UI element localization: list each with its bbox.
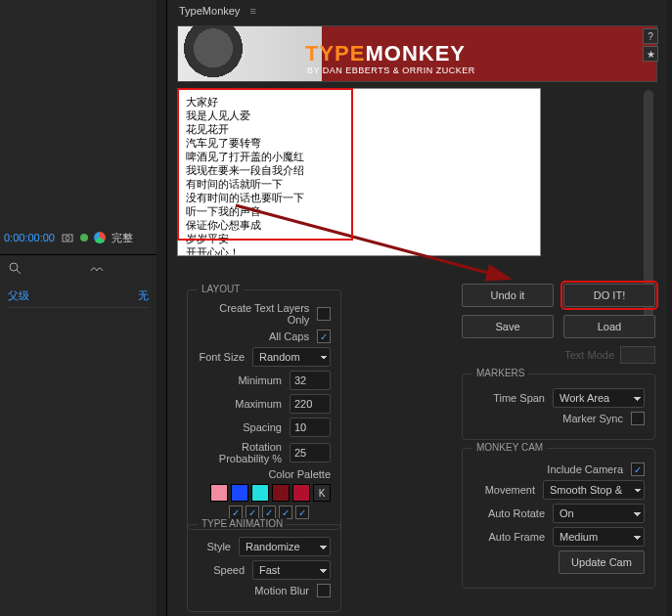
undo-button[interactable]: Undo it [462, 284, 554, 307]
text-mode-select[interactable] [620, 346, 655, 364]
timecode-bar: 0:00:00:00 完整 [4, 227, 151, 248]
spacing-label: Spacing [243, 421, 282, 433]
spacing-input[interactable] [290, 418, 331, 437]
update-cam-button[interactable]: Update Cam [559, 550, 645, 574]
type-anim-heading: TYPE ANIMATION [198, 518, 287, 529]
text-mode-row: Text Mode [462, 346, 655, 364]
monkey-illustration [178, 25, 266, 82]
green-dot-icon[interactable] [80, 234, 88, 242]
swatch-2[interactable] [231, 484, 248, 502]
rotation-input[interactable] [290, 443, 331, 462]
right-column: Undo it DO IT! Save Load Text Mode MARKE… [462, 284, 655, 596]
none-label: 无 [138, 288, 149, 303]
marker-sync-label: Marker Sync [562, 413, 623, 424]
svg-line-3 [17, 270, 21, 274]
speed-select[interactable]: Fast [252, 560, 331, 580]
swatch-4-enable[interactable] [279, 506, 292, 519]
style-label: Style [207, 541, 231, 552]
help-button[interactable]: ? [643, 28, 658, 44]
maximum-input[interactable] [290, 394, 331, 414]
monkeycam-section: MONKEY CAM Include Camera MovementSmooth… [462, 448, 655, 589]
all-caps-label: All Caps [269, 330, 309, 342]
timespan-label: Time Span [493, 392, 545, 404]
swatch-4[interactable] [272, 484, 290, 502]
left-lower-panel: 父级 无 [0, 254, 157, 314]
include-camera-label: Include Camera [547, 463, 623, 475]
maximum-label: Maximum [235, 398, 282, 410]
banner-subtitle: BY DAN EBBERTS & ORRIN ZUCKER [307, 66, 475, 75]
panel-header: TypeMonkey ≡ [167, 0, 667, 22]
speed-label: Speed [213, 564, 245, 576]
banner-title: TYPEMONKEY [305, 41, 466, 66]
autoframe-label: Auto Frame [489, 531, 545, 543]
font-size-label: Font Size [200, 351, 245, 363]
resolution-label[interactable]: 完整 [112, 231, 133, 245]
autorotate-label: Auto Rotate [488, 507, 545, 519]
load-button[interactable]: Load [563, 315, 655, 338]
font-size-select[interactable]: Random [252, 347, 331, 367]
autorotate-select[interactable]: On [553, 504, 645, 523]
parent-column-header: 父级 无 [8, 285, 149, 308]
panel-menu-icon[interactable]: ≡ [249, 5, 255, 17]
search-icon[interactable] [8, 261, 22, 277]
swatch-3-enable[interactable] [262, 506, 276, 519]
markers-section: MARKERS Time SpanWork Area Marker Sync [462, 374, 655, 440]
host-left-strip: 0:00:00:00 完整 父级 无 [0, 0, 157, 616]
layout-heading: LAYOUT [198, 284, 244, 294]
create-layers-label: Create Text Layers Only [198, 302, 309, 326]
favorite-button[interactable]: ★ [643, 46, 658, 62]
snapshot-icon[interactable] [61, 231, 74, 244]
rotation-label: Rotation Probability % [198, 441, 282, 464]
markers-heading: MARKERS [472, 368, 528, 378]
svg-point-2 [10, 263, 18, 271]
palette-label: Color Palette [268, 468, 331, 480]
motion-blur-checkbox[interactable] [317, 584, 331, 597]
swatch-5[interactable] [292, 484, 310, 502]
timespan-select[interactable]: Work Area [553, 388, 645, 408]
color-wheel-icon[interactable] [94, 232, 106, 243]
all-caps-checkbox[interactable] [317, 330, 331, 343]
movement-select[interactable]: Smooth Stop & … [543, 480, 645, 500]
svg-point-1 [66, 237, 69, 241]
movement-label: Movement [485, 484, 535, 496]
typemonkey-panel: TypeMonkey ≡ TYPEMONKEY BY DAN EBBERTS &… [166, 0, 667, 616]
swatch-1-enable[interactable] [229, 506, 243, 519]
marker-sync-checkbox[interactable] [631, 412, 645, 425]
swatch-2-enable[interactable] [246, 506, 259, 519]
save-button[interactable]: Save [462, 315, 554, 338]
color-palette: K [198, 484, 331, 502]
layout-section: LAYOUT Create Text Layers Only All Caps … [187, 289, 341, 530]
panel-title: TypeMonkey [179, 5, 240, 17]
text-mode-label: Text Mode [564, 349, 614, 361]
style-select[interactable]: Randomize [239, 537, 331, 556]
parent-label: 父级 [8, 288, 29, 303]
timecode-value[interactable]: 0:00:00:00 [4, 232, 55, 243]
monkeycam-heading: MONKEY CAM [472, 442, 547, 453]
swatch-key[interactable]: K [313, 484, 331, 502]
type-anim-wrap: TYPE ANIMATION StyleRandomize SpeedFast … [177, 518, 351, 612]
banner: TYPEMONKEY BY DAN EBBERTS & ORRIN ZUCKER… [177, 25, 657, 82]
swatch-1[interactable] [210, 484, 228, 502]
create-layers-checkbox[interactable] [317, 307, 331, 321]
main-text-input[interactable] [177, 88, 541, 256]
include-camera-checkbox[interactable] [631, 462, 645, 476]
doit-button[interactable]: DO IT! [563, 284, 655, 307]
layout-section-wrap: LAYOUT Create Text Layers Only All Caps … [177, 284, 351, 530]
type-animation-section: TYPE ANIMATION StyleRandomize SpeedFast … [187, 524, 341, 612]
swatch-5-enable[interactable] [295, 506, 309, 519]
shy-icon[interactable] [90, 261, 104, 277]
minimum-input[interactable] [290, 371, 331, 390]
swatch-3[interactable] [251, 484, 269, 502]
autoframe-select[interactable]: Medium [553, 527, 645, 547]
motion-blur-label: Motion Blur [254, 585, 309, 596]
text-input-area [177, 88, 657, 258]
minimum-label: Minimum [238, 374, 282, 386]
